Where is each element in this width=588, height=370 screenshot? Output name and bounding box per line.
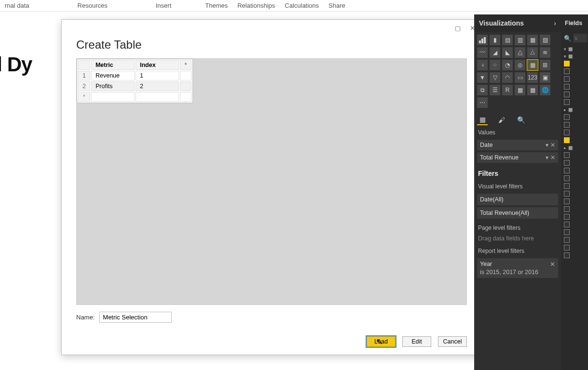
checkbox-icon[interactable]: [564, 168, 570, 173]
ribbon-item[interactable]: Relationships: [232, 0, 280, 11]
checkbox-icon[interactable]: [564, 137, 570, 143]
field-item[interactable]: [563, 228, 586, 236]
area-chart-icon[interactable]: ◢: [490, 47, 500, 58]
column-header-index[interactable]: Index: [136, 60, 179, 70]
field-item[interactable]: [563, 151, 586, 159]
field-item[interactable]: [563, 129, 586, 136]
filter-item-total-revenue[interactable]: Total Revenue(All): [477, 207, 558, 219]
drag-fields-placeholder[interactable]: Drag data fields here: [474, 233, 561, 244]
field-item[interactable]: [563, 213, 586, 221]
donut-chart-icon[interactable]: ◎: [515, 60, 525, 70]
maximize-button[interactable]: ▢: [452, 23, 463, 33]
r-visual-icon[interactable]: ▦: [515, 85, 525, 95]
table-visual-icon[interactable]: ☰: [490, 85, 500, 95]
arcgis-map-icon[interactable]: ▦: [527, 85, 538, 95]
chevron-right-icon[interactable]: ›: [554, 19, 556, 27]
field-item[interactable]: [563, 182, 586, 190]
checkbox-icon[interactable]: [564, 245, 570, 251]
field-item[interactable]: [563, 60, 586, 67]
field-item[interactable]: [563, 221, 586, 228]
100-stacked-bar-icon[interactable]: ▦: [527, 35, 538, 45]
checkbox-icon[interactable]: [564, 114, 570, 120]
fields-header[interactable]: Fields: [561, 14, 588, 32]
field-item[interactable]: [563, 167, 586, 174]
filter-item-year[interactable]: Year ✕ is 2015, 2017 or 2016: [477, 258, 558, 278]
table-node[interactable]: ▾▦: [563, 53, 586, 60]
remove-filter-icon[interactable]: ✕: [550, 261, 555, 268]
cell-index[interactable]: 2: [136, 81, 179, 91]
gauge-icon[interactable]: ◠: [502, 72, 513, 83]
remove-field-icon[interactable]: ✕: [550, 154, 555, 161]
field-item[interactable]: [563, 121, 586, 129]
column-header-metric[interactable]: Metric: [91, 60, 135, 70]
map-icon[interactable]: ⊞: [540, 60, 550, 70]
field-item[interactable]: [563, 174, 586, 182]
card-icon[interactable]: ▭: [515, 72, 525, 83]
checkbox-icon[interactable]: [564, 214, 570, 220]
slicer-icon[interactable]: ⧉: [477, 85, 488, 95]
field-item[interactable]: [563, 190, 586, 198]
ellipsis-icon[interactable]: ⋯: [477, 97, 488, 108]
clustered-column-icon[interactable]: ▥: [515, 35, 525, 45]
table-node[interactable]: ▸▦: [563, 106, 586, 113]
checkbox-icon[interactable]: [564, 229, 570, 235]
fields-tab-icon[interactable]: ▦: [477, 115, 488, 125]
field-item[interactable]: [563, 236, 586, 244]
checkbox-icon[interactable]: [564, 84, 570, 90]
checkbox-icon[interactable]: [564, 122, 570, 128]
field-item[interactable]: [563, 205, 586, 213]
cell-metric[interactable]: Revenue: [91, 71, 135, 80]
funnel-icon[interactable]: ▽: [490, 72, 500, 83]
filled-map-icon[interactable]: ▼: [477, 72, 488, 83]
field-item[interactable]: [563, 113, 586, 121]
treemap-icon[interactable]: ▦: [527, 60, 538, 70]
ribbon-item[interactable]: Themes: [200, 0, 232, 11]
field-item[interactable]: [563, 75, 586, 83]
visualizations-header[interactable]: Visualizations ›: [474, 14, 561, 32]
line-chart-icon[interactable]: 〰: [477, 47, 488, 58]
checkbox-icon[interactable]: [564, 191, 570, 197]
stacked-column-icon[interactable]: ▮: [490, 35, 500, 45]
checkbox-icon[interactable]: [564, 237, 570, 243]
filter-item-date[interactable]: Date(All): [477, 194, 558, 205]
field-item[interactable]: [563, 159, 586, 167]
field-item[interactable]: [563, 98, 586, 106]
kpi-icon[interactable]: ▣: [540, 72, 550, 83]
field-item[interactable]: [563, 83, 586, 91]
cell-empty[interactable]: [180, 92, 191, 102]
cell-empty[interactable]: [136, 92, 179, 102]
cell-empty[interactable]: [91, 92, 135, 102]
chevron-down-icon[interactable]: ▾: [546, 154, 548, 161]
stacked-area-icon[interactable]: ◣: [502, 47, 513, 58]
cell-index[interactable]: 1: [136, 71, 179, 80]
new-row[interactable]: *: [78, 92, 191, 102]
table-editor-area[interactable]: Metric Index * 1 Revenue 1 2 Profits 2 *: [76, 58, 467, 305]
clustered-bar-icon[interactable]: ▤: [502, 35, 513, 45]
waterfall-icon[interactable]: ⫞: [477, 60, 488, 70]
table-row[interactable]: 2 Profits 2: [78, 81, 191, 91]
edit-button[interactable]: Edit: [402, 336, 431, 347]
100-stacked-column-icon[interactable]: ▧: [540, 35, 550, 45]
field-item[interactable]: [563, 244, 586, 251]
ribbon-chart-icon[interactable]: ≋: [540, 47, 550, 58]
field-item[interactable]: [563, 67, 586, 75]
load-button[interactable]: Load: [367, 336, 396, 347]
analytics-tab-icon[interactable]: 🔍: [516, 115, 526, 125]
add-column-button[interactable]: *: [180, 60, 191, 70]
checkbox-icon[interactable]: [564, 160, 570, 166]
checkbox-icon[interactable]: [564, 183, 570, 189]
checkbox-icon[interactable]: [564, 130, 570, 135]
ribbon-item[interactable]: Calculations: [280, 0, 324, 11]
value-field-date[interactable]: Date ▾✕: [477, 140, 558, 150]
checkbox-icon[interactable]: [564, 68, 570, 74]
field-item[interactable]: [563, 136, 586, 144]
checkbox-icon[interactable]: [564, 99, 570, 105]
cell-empty[interactable]: [180, 81, 191, 91]
line-stacked-column-icon[interactable]: ⧋: [515, 47, 525, 58]
ribbon-item[interactable]: Insert: [151, 0, 177, 11]
checkbox-icon[interactable]: [564, 61, 570, 66]
cancel-button[interactable]: Cancel: [438, 336, 467, 347]
ribbon-item[interactable]: rnal data: [0, 0, 34, 11]
checkbox-icon[interactable]: [564, 76, 570, 82]
chevron-down-icon[interactable]: ▾: [546, 142, 548, 148]
